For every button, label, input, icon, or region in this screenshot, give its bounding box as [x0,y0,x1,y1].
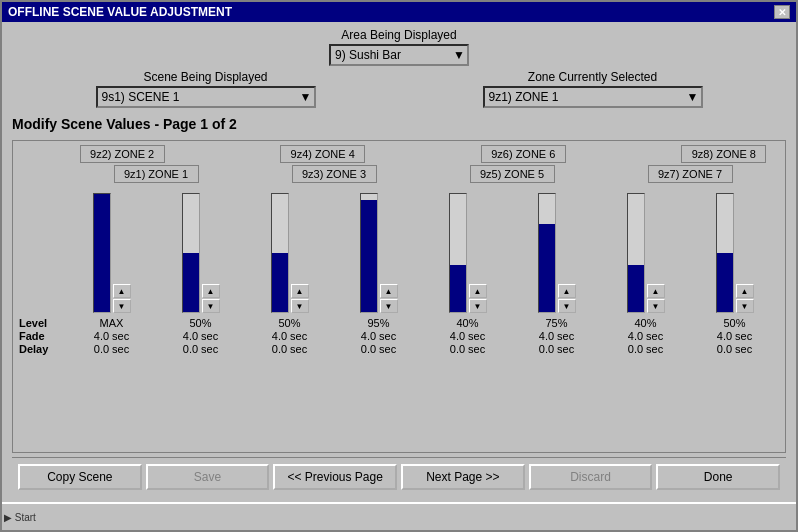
spin-down-6[interactable]: ▼ [558,299,576,313]
spin-down-5[interactable]: ▼ [469,299,487,313]
scene-label: Scene Being Displayed [143,70,267,84]
fade-2: 4.0 sec [171,330,231,342]
sliders-row: ▲ ▼ ▲ ▼ [13,183,785,313]
delay-label: Delay [19,343,67,355]
level-7: 40% [616,317,676,329]
prev-page-button[interactable]: << Previous Page [273,464,397,490]
slider-group-1: ▲ ▼ [67,193,156,313]
zones-top: 9z2) ZONE 2 9z4) ZONE 4 9z6) ZONE 6 9z8)… [67,145,779,163]
scene-zone-row: Scene Being Displayed 9s1) SCENE 1 ▼ Zon… [12,70,786,108]
spin-up-1[interactable]: ▲ [113,284,131,298]
level-2: 50% [171,317,231,329]
save-button[interactable]: Save [146,464,270,490]
slider-group-4: ▲ ▼ [334,193,423,313]
delay-3: 0.0 sec [260,343,320,355]
zone-top-spacer2 [390,145,455,163]
zone-top-spacer1 [190,145,255,163]
area-section: Area Being Displayed 9) Sushi Bar ▼ [12,28,786,66]
fade-values: 4.0 sec 4.0 sec 4.0 sec 4.0 sec 4.0 sec … [67,330,779,342]
delay-8: 0.0 sec [705,343,765,355]
spin-down-4[interactable]: ▼ [380,299,398,313]
bar-track-8[interactable] [716,193,734,313]
bar-track-3[interactable] [271,193,289,313]
delay-row: Delay 0.0 sec 0.0 sec 0.0 sec 0.0 sec 0.… [19,343,779,355]
spinner-4: ▲ ▼ [380,284,398,313]
main-window: OFFLINE SCENE VALUE ADJUSTMENT ✕ Area Be… [0,0,798,532]
spin-down-7[interactable]: ▼ [647,299,665,313]
zones-bottom-row: 9z1) ZONE 1 9z3) ZONE 3 9z5) ZONE 5 9z7)… [13,163,785,183]
zone-top-1: 9z2) ZONE 2 [80,145,165,163]
spin-down-2[interactable]: ▼ [202,299,220,313]
discard-button[interactable]: Discard [529,464,653,490]
bar-track-6[interactable] [538,193,556,313]
level-1: MAX [82,317,142,329]
next-page-button[interactable]: Next Page >> [401,464,525,490]
fade-5: 4.0 sec [438,330,498,342]
level-8: 50% [705,317,765,329]
spin-up-6[interactable]: ▲ [558,284,576,298]
slider-group-6: ▲ ▼ [512,193,601,313]
bar-track-4[interactable] [360,193,378,313]
spin-up-7[interactable]: ▲ [647,284,665,298]
spinner-1: ▲ ▼ [113,284,131,313]
spin-down-1[interactable]: ▼ [113,299,131,313]
label-spacer [19,145,67,163]
bar-fill-7 [628,265,644,312]
bar-fill-5 [450,265,466,312]
taskbar: ▶ Start [2,502,796,530]
scene-group: Scene Being Displayed 9s1) SCENE 1 ▼ [96,70,316,108]
zone-top-2: 9z4) ZONE 4 [280,145,365,163]
slider-group-7: ▲ ▼ [601,193,690,313]
title-bar: OFFLINE SCENE VALUE ADJUSTMENT ✕ [2,2,796,22]
bar-track-7[interactable] [627,193,645,313]
delay-values: 0.0 sec 0.0 sec 0.0 sec 0.0 sec 0.0 sec … [67,343,779,355]
zone-bot-2: 9z3) ZONE 3 [292,165,377,183]
close-button[interactable]: ✕ [774,5,790,19]
bar-fill-6 [539,224,555,313]
level-label: Level [19,317,67,329]
zone-bot-4: 9z7) ZONE 7 [648,165,733,183]
zones-top-row: 9z2) ZONE 2 9z4) ZONE 4 9z6) ZONE 6 9z8)… [13,141,785,163]
delay-1: 0.0 sec [82,343,142,355]
window-title: OFFLINE SCENE VALUE ADJUSTMENT [8,5,232,19]
taskbar-info: ▶ Start [4,512,36,523]
zone-select[interactable]: 9z1) ZONE 1 [483,86,703,108]
area-select-container: 9) Sushi Bar ▼ [329,44,469,66]
spin-down-8[interactable]: ▼ [736,299,754,313]
fade-row: Fade 4.0 sec 4.0 sec 4.0 sec 4.0 sec 4.0… [19,330,779,342]
spin-up-2[interactable]: ▲ [202,284,220,298]
spinner-3: ▲ ▼ [291,284,309,313]
zones-sliders-area: 9z2) ZONE 2 9z4) ZONE 4 9z6) ZONE 6 9z8)… [12,140,786,453]
copy-scene-button[interactable]: Copy Scene [18,464,142,490]
area-label: Area Being Displayed [12,28,786,42]
slider-group-2: ▲ ▼ [156,193,245,313]
bar-fill-2 [183,253,199,312]
fade-label: Fade [19,330,67,342]
spin-up-4[interactable]: ▲ [380,284,398,298]
scene-select[interactable]: 9s1) SCENE 1 [96,86,316,108]
slider-group-8: ▲ ▼ [690,193,779,313]
delay-5: 0.0 sec [438,343,498,355]
level-4: 95% [349,317,409,329]
zone-group: Zone Currently Selected 9z1) ZONE 1 ▼ [483,70,703,108]
bar-fill-8 [717,253,733,312]
fade-1: 4.0 sec [82,330,142,342]
area-select[interactable]: 9) Sushi Bar [329,44,469,66]
spin-up-5[interactable]: ▲ [469,284,487,298]
delay-2: 0.0 sec [171,343,231,355]
spin-up-3[interactable]: ▲ [291,284,309,298]
done-button[interactable]: Done [656,464,780,490]
fade-7: 4.0 sec [616,330,676,342]
spin-up-8[interactable]: ▲ [736,284,754,298]
bar-track-5[interactable] [449,193,467,313]
fade-8: 4.0 sec [705,330,765,342]
spin-down-3[interactable]: ▼ [291,299,309,313]
spinner-2: ▲ ▼ [202,284,220,313]
level-6: 75% [527,317,587,329]
all-slider-groups: ▲ ▼ ▲ ▼ [67,193,779,313]
spinner-8: ▲ ▼ [736,284,754,313]
bar-track-1[interactable] [93,193,111,313]
bar-track-2[interactable] [182,193,200,313]
delay-7: 0.0 sec [616,343,676,355]
level-row: Level MAX 50% 50% 95% 40% 75% 40% 50% [19,317,779,329]
